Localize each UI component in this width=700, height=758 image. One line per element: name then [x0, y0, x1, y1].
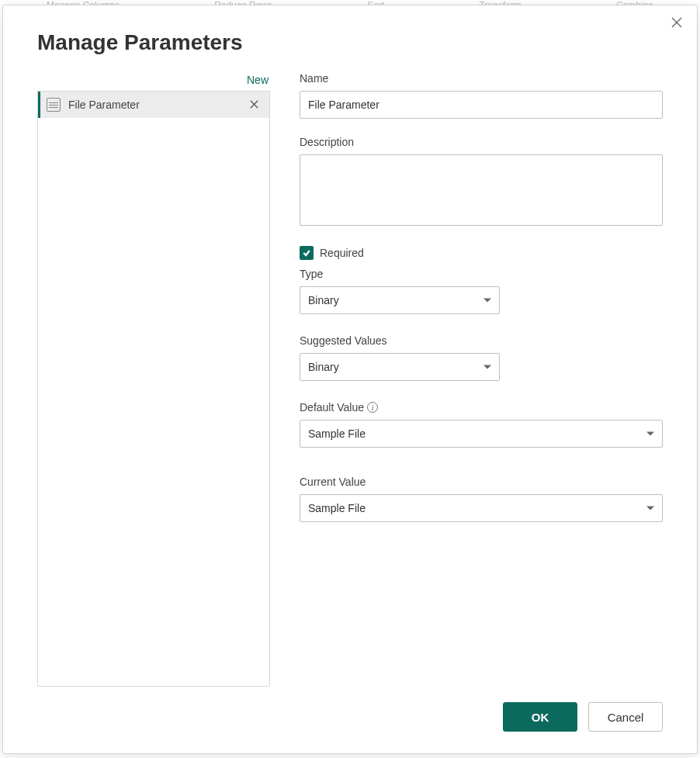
app-backdrop: Manage Columns Reduce Rows Sort Transfor… [0, 0, 700, 758]
parameter-icon [47, 98, 61, 112]
name-input[interactable] [300, 91, 663, 119]
default-value-select[interactable]: Sample File [300, 420, 663, 448]
description-input[interactable] [300, 154, 663, 226]
new-parameter-link[interactable]: New [37, 72, 270, 91]
info-icon[interactable]: i [367, 402, 378, 413]
type-select-value: Binary [308, 294, 339, 306]
type-label: Type [300, 268, 663, 280]
dialog-columns: New File Parameter [37, 72, 663, 687]
close-icon [671, 17, 682, 28]
close-icon [250, 100, 258, 109]
description-label: Description [300, 136, 663, 148]
parameters-panel: New File Parameter [37, 72, 270, 687]
manage-parameters-dialog: Manage Parameters New File Parameter [2, 5, 698, 754]
type-select[interactable]: Binary [300, 286, 500, 314]
name-label: Name [300, 72, 663, 85]
current-value-select-value: Sample File [308, 502, 366, 514]
current-value-select[interactable]: Sample File [300, 494, 663, 522]
parameter-form: Name Description Required Type Binary [300, 72, 663, 687]
close-button[interactable] [666, 12, 688, 33]
delete-parameter-button[interactable] [247, 97, 262, 112]
cancel-button[interactable]: Cancel [588, 702, 663, 732]
current-value-label: Current Value [300, 476, 663, 488]
suggested-values-select[interactable]: Binary [300, 353, 500, 381]
suggested-values-label: Suggested Values [300, 334, 663, 347]
required-label: Required [320, 247, 364, 259]
parameter-list-item[interactable]: File Parameter [38, 92, 269, 118]
chevron-down-icon [483, 299, 491, 303]
required-row: Required [300, 246, 663, 260]
parameter-item-label: File Parameter [68, 99, 239, 111]
dialog-body: Manage Parameters New File Parameter [3, 5, 697, 687]
checkmark-icon [302, 248, 311, 258]
suggested-values-select-value: Binary [308, 361, 339, 373]
dialog-footer: OK Cancel [3, 687, 697, 753]
chevron-down-icon [483, 365, 491, 369]
default-value-label: Default Value i [300, 401, 663, 414]
dialog-title: Manage Parameters [37, 30, 663, 55]
default-value-select-value: Sample File [308, 427, 366, 440]
parameters-list: File Parameter [37, 91, 270, 687]
required-checkbox[interactable] [300, 246, 314, 260]
default-value-label-text: Default Value [300, 401, 364, 414]
chevron-down-icon [646, 432, 654, 436]
chevron-down-icon [646, 507, 654, 511]
ok-button[interactable]: OK [503, 702, 577, 732]
